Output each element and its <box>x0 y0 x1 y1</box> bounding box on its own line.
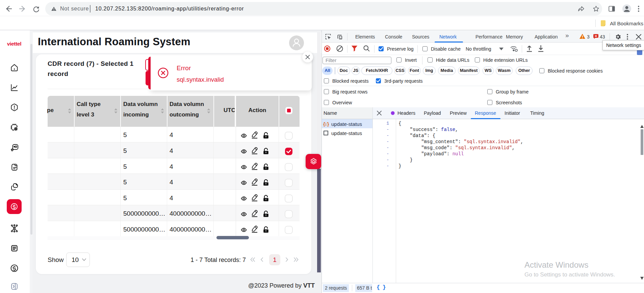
svg-text:{: { <box>323 122 326 127</box>
svg-text:}: } <box>327 122 329 127</box>
